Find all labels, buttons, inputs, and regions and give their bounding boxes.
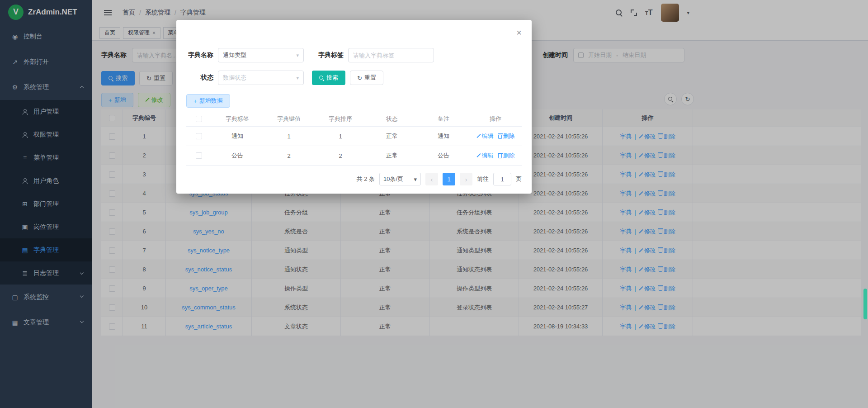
selected-value: 通知类型	[223, 51, 246, 59]
dict-name-select[interactable]: 通知类型 ▾	[218, 48, 304, 62]
dict-value-cell: 2	[263, 146, 315, 165]
remark-cell: 通知	[418, 127, 469, 146]
dict-label-input[interactable]	[348, 48, 434, 62]
add-dict-data-button[interactable]: + 新增数据	[186, 94, 230, 108]
dict-label-label: 字典标签	[316, 51, 344, 59]
dict-name-label: 字典名称	[186, 51, 213, 59]
prev-page-button[interactable]: ‹	[425, 173, 438, 185]
col-dict-sort: 字典排序	[315, 111, 366, 126]
modal-form-row2: 状态 数据状态 ▾ 搜索 ↻ 重置	[186, 71, 383, 85]
row-checkbox[interactable]	[196, 152, 202, 159]
select-all-checkbox[interactable]	[196, 116, 202, 122]
dict-label-cell: 公告	[212, 146, 263, 165]
modal-reset-button[interactable]: ↻ 重置	[350, 71, 383, 85]
delete-icon	[498, 135, 502, 139]
refresh-icon: ↻	[357, 75, 362, 81]
page-size-select[interactable]: 10条/页 ▾	[379, 173, 421, 185]
edit-icon	[476, 134, 481, 138]
page-size-value: 10条/页	[383, 175, 403, 183]
select-placeholder: 数据状态	[223, 74, 246, 82]
delete-link[interactable]: 删除	[498, 152, 515, 160]
pagination: 共 2 条 10条/页 ▾ ‹ 1 › 前往 页	[357, 173, 522, 185]
table-row: 公告 2 2 正常 公告 编辑 删除	[186, 146, 522, 166]
dict-data-dialog: × 字典名称 通知类型 ▾ 字典标签 状态 数据状态 ▾ 搜索 ↻ 重置 + 新…	[176, 20, 532, 194]
goto-page-input[interactable]	[493, 173, 511, 185]
col-dict-value: 字典键值	[263, 111, 315, 126]
next-page-button[interactable]: ›	[460, 173, 472, 185]
remark-cell: 公告	[418, 146, 469, 165]
edit-link[interactable]: 编辑	[476, 132, 494, 140]
scrollbar[interactable]	[863, 289, 867, 319]
total-count: 共 2 条	[357, 175, 375, 183]
modal-search-button[interactable]: 搜索	[312, 71, 345, 85]
dict-sort-cell: 1	[315, 127, 366, 146]
chevron-down-icon: ▾	[414, 176, 417, 183]
status-cell: 正常	[366, 146, 418, 165]
goto-label: 前往	[477, 175, 489, 183]
dict-value-cell: 1	[263, 127, 315, 146]
col-operation: 操作	[469, 111, 522, 126]
modal-form-row1: 字典名称 通知类型 ▾ 字典标签	[186, 48, 434, 62]
chevron-down-icon: ▾	[296, 75, 299, 81]
delete-icon	[498, 154, 502, 158]
dict-data-table: 字典标签 字典键值 字典排序 状态 备注 操作 通知 1 1 正常 通知 编辑 …	[186, 111, 522, 166]
table-row: 通知 1 1 正常 通知 编辑 删除	[186, 127, 522, 146]
col-remark: 备注	[418, 111, 469, 126]
dict-sort-cell: 2	[315, 146, 366, 165]
edit-icon	[476, 153, 481, 158]
dict-data-table-header: 字典标签 字典键值 字典排序 状态 备注 操作	[186, 111, 522, 127]
delete-link[interactable]: 删除	[498, 132, 515, 140]
page-unit-label: 页	[516, 175, 522, 183]
plus-icon: +	[193, 98, 197, 104]
dict-label-cell: 通知	[212, 127, 263, 146]
edit-link[interactable]: 编辑	[476, 152, 494, 160]
chevron-down-icon: ▾	[296, 52, 299, 58]
status-label: 状态	[186, 74, 213, 82]
close-icon[interactable]: ×	[516, 28, 522, 37]
status-select[interactable]: 数据状态 ▾	[218, 71, 304, 85]
col-status: 状态	[366, 111, 418, 126]
col-dict-label: 字典标签	[212, 111, 263, 126]
search-icon	[319, 76, 324, 81]
page-1-button[interactable]: 1	[443, 173, 455, 185]
row-checkbox[interactable]	[196, 133, 202, 139]
status-cell: 正常	[366, 127, 418, 146]
